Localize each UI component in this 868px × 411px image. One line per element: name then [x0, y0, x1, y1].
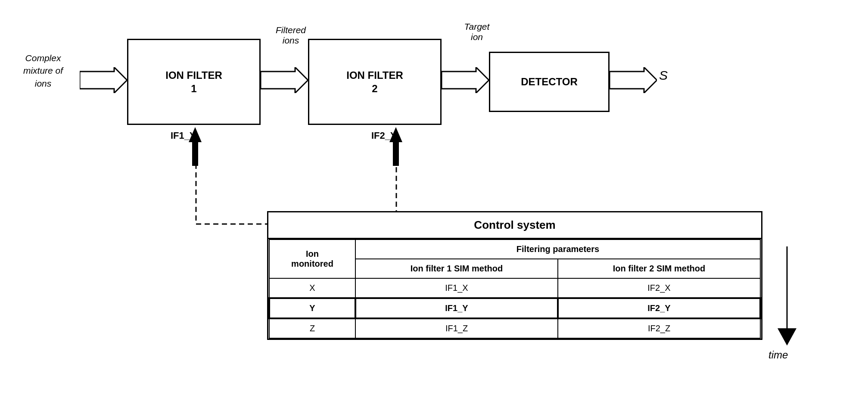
filtering-params-header: Filtering parameters — [355, 240, 760, 259]
time-label: time — [768, 349, 788, 361]
control-system-table: Control system Ionmonitored Filtering pa… — [267, 211, 762, 340]
detector-label: DETECTOR — [521, 75, 578, 88]
main-diagram: Complexmixture ofions ION FILTER1 Filter… — [0, 0, 868, 411]
svg-marker-3 — [610, 67, 657, 93]
table-row: IF1_X — [355, 278, 558, 298]
svg-marker-2 — [442, 67, 489, 93]
col-filter1-header: Ion filter 1 SIM method — [355, 259, 558, 278]
detector-box: DETECTOR — [489, 52, 610, 112]
table-row: IF1_Y — [355, 298, 558, 318]
control-system-header: Control system — [268, 212, 761, 239]
ion-filter-2-label: ION FILTER2 — [346, 68, 403, 95]
ion-filter-1-label: ION FILTER1 — [165, 68, 222, 95]
target-ion-label: Targetion — [449, 22, 505, 42]
arrow-detector-output — [610, 67, 657, 95]
svg-marker-1 — [261, 67, 308, 93]
svg-marker-13 — [778, 328, 796, 346]
svg-marker-4 — [189, 127, 202, 166]
table-row: Z — [269, 318, 355, 338]
table-row: IF2_Z — [558, 318, 760, 338]
if1-y-up-arrow — [189, 127, 202, 168]
table-row: IF2_Y — [558, 298, 760, 318]
complex-mixture-label: Complexmixture ofions — [9, 52, 78, 90]
control-table: Ionmonitored Filtering parameters Ion fi… — [268, 239, 761, 339]
table-row: X — [269, 278, 355, 298]
signal-s-label: S — [659, 68, 668, 83]
col-filter2-header: Ion filter 2 SIM method — [558, 259, 760, 278]
col-ion-monitored-header: Ionmonitored — [269, 240, 355, 278]
table-row: IF1_Z — [355, 318, 558, 338]
svg-marker-5 — [389, 127, 402, 166]
table-row: IF2_X — [558, 278, 760, 298]
svg-marker-0 — [80, 67, 127, 93]
input-arrow — [80, 67, 127, 95]
table-row: Y — [269, 298, 355, 318]
arrow-filter1-to-filter2 — [261, 67, 308, 95]
arrow-filter2-to-detector — [442, 67, 489, 95]
time-arrow — [775, 246, 799, 347]
ion-filter-2-box: ION FILTER2 — [308, 39, 442, 125]
ion-filter-1-box: ION FILTER1 — [127, 39, 261, 125]
if2-y-up-arrow — [389, 127, 402, 168]
